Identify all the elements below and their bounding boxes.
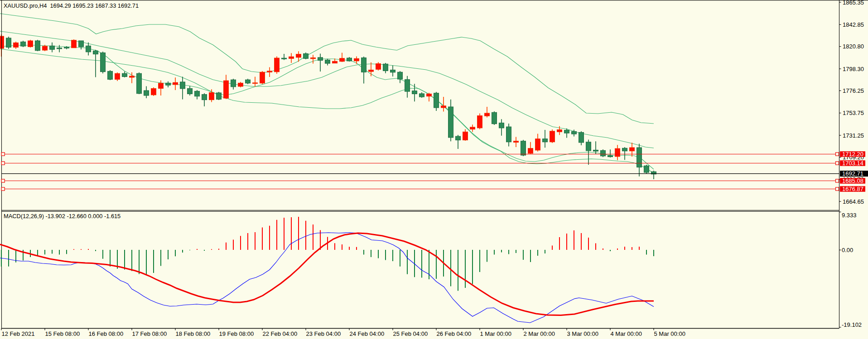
svg-text:XAUUSD.pro,H4 1694.29 1695.23: XAUUSD.pro,H4 1694.29 1695.23 1687.33 16… xyxy=(4,2,139,9)
svg-text:5 Mar 00:00: 5 Mar 00:00 xyxy=(654,330,685,337)
svg-text:1798.30: 1798.30 xyxy=(843,66,864,72)
svg-text:2 Mar 00:00: 2 Mar 00:00 xyxy=(524,330,555,337)
svg-text:3 Mar 00:00: 3 Mar 00:00 xyxy=(567,330,598,337)
svg-text:1 Mar 00:00: 1 Mar 00:00 xyxy=(480,330,511,337)
svg-text:23 Feb 04:00: 23 Feb 04:00 xyxy=(306,330,341,337)
svg-text:22 Feb 04:00: 22 Feb 04:00 xyxy=(263,330,298,337)
svg-text:1676.87: 1676.87 xyxy=(842,186,863,192)
svg-text:1685.08: 1685.08 xyxy=(842,177,863,184)
svg-text:12 Feb 2021: 12 Feb 2021 xyxy=(2,330,35,337)
svg-text:1692.71: 1692.71 xyxy=(842,170,863,177)
svg-text:16 Feb 08:00: 16 Feb 08:00 xyxy=(89,330,124,337)
svg-text:15 Feb 08:00: 15 Feb 08:00 xyxy=(45,330,80,337)
svg-text:1753.75: 1753.75 xyxy=(843,110,864,116)
svg-text:18 Feb 08:00: 18 Feb 08:00 xyxy=(176,330,211,337)
svg-text:1820.80: 1820.80 xyxy=(843,43,864,50)
svg-text:1731.25: 1731.25 xyxy=(843,132,864,139)
svg-text:26 Feb 04:00: 26 Feb 04:00 xyxy=(437,330,472,337)
svg-text:25 Feb 04:00: 25 Feb 04:00 xyxy=(393,330,428,337)
svg-text:MACD(12,26,9) -13.902 -12.660: MACD(12,26,9) -13.902 -12.660 0.000 -1.6… xyxy=(4,213,121,220)
svg-text:17 Feb 08:00: 17 Feb 08:00 xyxy=(132,330,167,337)
svg-text:4 Mar 00:00: 4 Mar 00:00 xyxy=(611,330,642,337)
svg-text:9.333: 9.333 xyxy=(842,212,857,219)
svg-text:24 Feb 04:00: 24 Feb 04:00 xyxy=(350,330,385,337)
svg-text:0.00: 0.00 xyxy=(842,247,853,253)
svg-text:1842.85: 1842.85 xyxy=(843,21,864,28)
svg-text:1703.14: 1703.14 xyxy=(842,160,863,167)
svg-text:1712.20: 1712.20 xyxy=(842,151,863,158)
svg-text:1664.65: 1664.65 xyxy=(843,198,864,205)
svg-text:-19.102: -19.102 xyxy=(842,321,862,328)
svg-text:1865.35: 1865.35 xyxy=(843,0,864,6)
svg-text:19 Feb 08:00: 19 Feb 08:00 xyxy=(219,330,254,337)
svg-text:1776.25: 1776.25 xyxy=(843,87,864,94)
